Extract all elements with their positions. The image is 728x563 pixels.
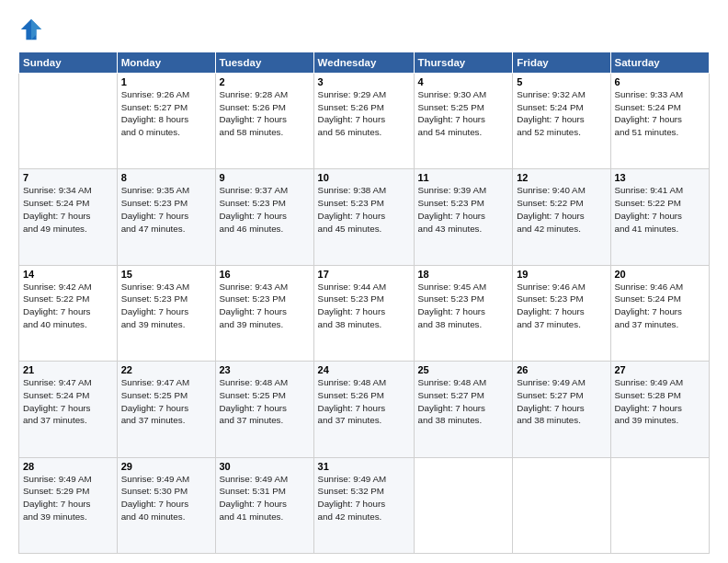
- calendar-cell: 2Sunrise: 9:28 AMSunset: 5:26 PMDaylight…: [215, 74, 313, 169]
- calendar-cell: 21Sunrise: 9:47 AMSunset: 5:24 PMDayligh…: [19, 362, 118, 457]
- header: [18, 17, 710, 42]
- day-number: 2: [220, 76, 310, 87]
- calendar-cell: 9Sunrise: 9:37 AMSunset: 5:23 PMDaylight…: [215, 169, 313, 265]
- day-number: 17: [318, 269, 410, 280]
- day-info: Sunrise: 9:39 AMSunset: 5:23 PMDaylight:…: [418, 184, 509, 235]
- weekday-header: Wednesday: [313, 52, 414, 74]
- day-info: Sunrise: 9:49 AMSunset: 5:27 PMDaylight:…: [517, 376, 606, 427]
- day-number: 6: [615, 76, 706, 87]
- day-info: Sunrise: 9:46 AMSunset: 5:23 PMDaylight:…: [517, 281, 606, 331]
- calendar-cell: 18Sunrise: 9:45 AMSunset: 5:23 PMDayligh…: [414, 265, 513, 361]
- day-number: 15: [121, 269, 211, 280]
- day-info: Sunrise: 9:48 AMSunset: 5:26 PMDaylight:…: [318, 376, 410, 427]
- day-info: Sunrise: 9:33 AMSunset: 5:24 PMDaylight:…: [615, 88, 706, 139]
- calendar-week-row: 21Sunrise: 9:47 AMSunset: 5:24 PMDayligh…: [19, 362, 710, 457]
- calendar-week-row: 7Sunrise: 9:34 AMSunset: 5:24 PMDaylight…: [19, 169, 710, 265]
- day-number: 18: [418, 269, 509, 280]
- day-info: Sunrise: 9:28 AMSunset: 5:26 PMDaylight:…: [220, 88, 310, 139]
- day-info: Sunrise: 9:49 AMSunset: 5:30 PMDaylight:…: [121, 473, 211, 523]
- day-number: 29: [121, 461, 211, 472]
- day-number: 30: [220, 461, 310, 472]
- day-number: 27: [615, 364, 706, 375]
- day-number: 28: [23, 461, 113, 472]
- day-number: 3: [318, 76, 410, 87]
- weekday-header: Friday: [513, 52, 610, 74]
- weekday-header: Sunday: [19, 52, 118, 74]
- calendar-cell: 25Sunrise: 9:48 AMSunset: 5:27 PMDayligh…: [414, 362, 513, 457]
- calendar-cell: 16Sunrise: 9:43 AMSunset: 5:23 PMDayligh…: [215, 265, 313, 361]
- day-info: Sunrise: 9:37 AMSunset: 5:23 PMDaylight:…: [220, 184, 310, 235]
- calendar-cell: 31Sunrise: 9:49 AMSunset: 5:32 PMDayligh…: [313, 457, 414, 553]
- calendar-cell: [414, 457, 513, 553]
- day-info: Sunrise: 9:48 AMSunset: 5:25 PMDaylight:…: [220, 376, 310, 427]
- day-number: 21: [23, 364, 113, 375]
- day-number: 11: [418, 172, 509, 183]
- day-info: Sunrise: 9:30 AMSunset: 5:25 PMDaylight:…: [418, 88, 509, 139]
- calendar-cell: 1Sunrise: 9:26 AMSunset: 5:27 PMDaylight…: [117, 74, 215, 169]
- calendar-cell: 20Sunrise: 9:46 AMSunset: 5:24 PMDayligh…: [610, 265, 710, 361]
- day-number: 25: [418, 364, 509, 375]
- day-number: 10: [318, 172, 410, 183]
- day-info: Sunrise: 9:47 AMSunset: 5:25 PMDaylight:…: [121, 376, 211, 427]
- calendar-week-row: 28Sunrise: 9:49 AMSunset: 5:29 PMDayligh…: [19, 457, 710, 553]
- day-number: 22: [121, 364, 211, 375]
- calendar-cell: 5Sunrise: 9:32 AMSunset: 5:24 PMDaylight…: [513, 74, 610, 169]
- page: SundayMondayTuesdayWednesdayThursdayFrid…: [0, 0, 728, 563]
- day-info: Sunrise: 9:45 AMSunset: 5:23 PMDaylight:…: [418, 281, 509, 331]
- calendar-cell: 19Sunrise: 9:46 AMSunset: 5:23 PMDayligh…: [513, 265, 610, 361]
- day-info: Sunrise: 9:49 AMSunset: 5:32 PMDaylight:…: [318, 473, 410, 523]
- day-info: Sunrise: 9:49 AMSunset: 5:29 PMDaylight:…: [23, 473, 113, 523]
- day-number: 7: [23, 172, 113, 183]
- logo: [18, 17, 48, 42]
- day-info: Sunrise: 9:48 AMSunset: 5:27 PMDaylight:…: [418, 376, 509, 427]
- calendar-cell: 24Sunrise: 9:48 AMSunset: 5:26 PMDayligh…: [313, 362, 414, 457]
- calendar-cell: [19, 74, 118, 169]
- calendar-cell: 6Sunrise: 9:33 AMSunset: 5:24 PMDaylight…: [610, 74, 710, 169]
- calendar-cell: 3Sunrise: 9:29 AMSunset: 5:26 PMDaylight…: [313, 74, 414, 169]
- calendar-cell: 15Sunrise: 9:43 AMSunset: 5:23 PMDayligh…: [117, 265, 215, 361]
- logo-icon: [18, 17, 44, 42]
- calendar-cell: 22Sunrise: 9:47 AMSunset: 5:25 PMDayligh…: [117, 362, 215, 457]
- calendar-table: SundayMondayTuesdayWednesdayThursdayFrid…: [18, 52, 710, 554]
- day-number: 8: [121, 172, 211, 183]
- day-info: Sunrise: 9:32 AMSunset: 5:24 PMDaylight:…: [517, 88, 606, 139]
- day-number: 16: [220, 269, 310, 280]
- day-info: Sunrise: 9:40 AMSunset: 5:22 PMDaylight:…: [517, 184, 606, 235]
- weekday-header: Thursday: [414, 52, 513, 74]
- day-number: 1: [121, 76, 211, 87]
- day-number: 23: [220, 364, 310, 375]
- weekday-header: Monday: [117, 52, 215, 74]
- day-info: Sunrise: 9:46 AMSunset: 5:24 PMDaylight:…: [615, 281, 706, 331]
- day-info: Sunrise: 9:35 AMSunset: 5:23 PMDaylight:…: [121, 184, 211, 235]
- calendar-cell: 28Sunrise: 9:49 AMSunset: 5:29 PMDayligh…: [19, 457, 118, 553]
- day-info: Sunrise: 9:49 AMSunset: 5:31 PMDaylight:…: [220, 473, 310, 523]
- day-info: Sunrise: 9:38 AMSunset: 5:23 PMDaylight:…: [318, 184, 410, 235]
- day-info: Sunrise: 9:44 AMSunset: 5:23 PMDaylight:…: [318, 281, 410, 331]
- calendar-cell: 4Sunrise: 9:30 AMSunset: 5:25 PMDaylight…: [414, 74, 513, 169]
- calendar-cell: 27Sunrise: 9:49 AMSunset: 5:28 PMDayligh…: [610, 362, 710, 457]
- calendar-cell: 10Sunrise: 9:38 AMSunset: 5:23 PMDayligh…: [313, 169, 414, 265]
- day-info: Sunrise: 9:42 AMSunset: 5:22 PMDaylight:…: [23, 281, 113, 331]
- weekday-header: Tuesday: [215, 52, 313, 74]
- calendar-cell: 17Sunrise: 9:44 AMSunset: 5:23 PMDayligh…: [313, 265, 414, 361]
- day-number: 20: [615, 269, 706, 280]
- calendar-cell: 11Sunrise: 9:39 AMSunset: 5:23 PMDayligh…: [414, 169, 513, 265]
- day-number: 26: [517, 364, 606, 375]
- calendar-cell: 12Sunrise: 9:40 AMSunset: 5:22 PMDayligh…: [513, 169, 610, 265]
- day-number: 14: [23, 269, 113, 280]
- calendar-cell: 8Sunrise: 9:35 AMSunset: 5:23 PMDaylight…: [117, 169, 215, 265]
- day-number: 5: [517, 76, 606, 87]
- calendar-cell: 23Sunrise: 9:48 AMSunset: 5:25 PMDayligh…: [215, 362, 313, 457]
- day-number: 24: [318, 364, 410, 375]
- calendar-cell: [610, 457, 710, 553]
- day-info: Sunrise: 9:34 AMSunset: 5:24 PMDaylight:…: [23, 184, 113, 235]
- day-info: Sunrise: 9:29 AMSunset: 5:26 PMDaylight:…: [318, 88, 410, 139]
- calendar-cell: [513, 457, 610, 553]
- day-info: Sunrise: 9:43 AMSunset: 5:23 PMDaylight:…: [220, 281, 310, 331]
- day-info: Sunrise: 9:41 AMSunset: 5:22 PMDaylight:…: [615, 184, 706, 235]
- day-number: 4: [418, 76, 509, 87]
- day-number: 12: [517, 172, 606, 183]
- day-info: Sunrise: 9:43 AMSunset: 5:23 PMDaylight:…: [121, 281, 211, 331]
- weekday-header: Saturday: [610, 52, 710, 74]
- day-number: 13: [615, 172, 706, 183]
